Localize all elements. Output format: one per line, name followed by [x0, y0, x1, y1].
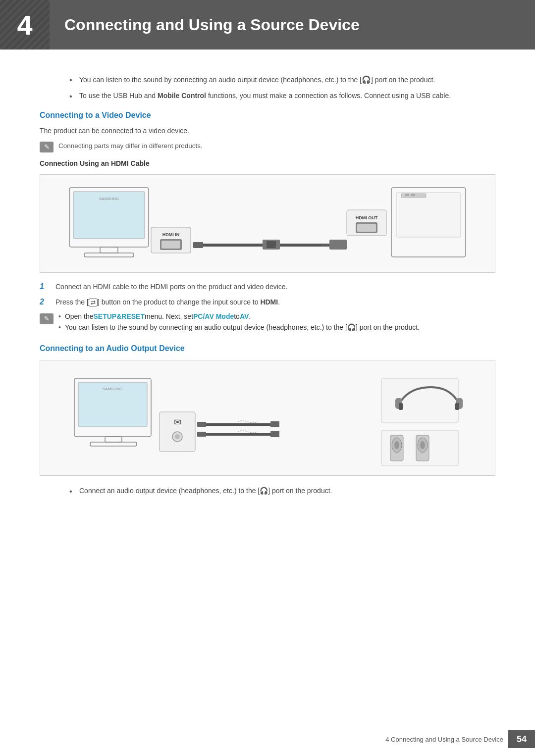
svg-rect-12: [267, 241, 276, 248]
svg-text:SAMSUNG: SAMSUNG: [99, 197, 119, 201]
hdmi-diagram-wrapper: SAMSUNG HDMI IN: [48, 183, 487, 264]
svg-rect-35: [206, 423, 270, 426]
svg-rect-40: [381, 378, 458, 423]
svg-text:HDMI IN: HDMI IN: [162, 232, 180, 237]
section1-body: The product can be connected to a video …: [40, 126, 495, 136]
section1-heading: Connecting to a Video Device: [40, 111, 495, 120]
chapter-number-box: 4: [0, 0, 50, 50]
footer-text: 4 Connecting and Using a Source Device: [385, 736, 503, 743]
svg-rect-8: [161, 241, 180, 249]
section1-note-text: Connecting parts may differ in different…: [58, 141, 203, 151]
svg-rect-44: [455, 403, 459, 410]
svg-rect-19: [357, 224, 376, 232]
svg-point-51: [420, 441, 425, 449]
svg-text:HDMI OUT: HDMI OUT: [356, 215, 378, 220]
audio-diagram-svg: SAMSUNG ✉: [64, 368, 471, 467]
main-content: You can listen to the sound by connectin…: [0, 50, 535, 536]
note-icon-1: [40, 142, 54, 152]
page-footer: 4 Connecting and Using a Source Device 5…: [0, 730, 535, 748]
hdmi-diagram-svg: SAMSUNG HDMI IN: [54, 183, 481, 264]
svg-text:✉: ✉: [174, 417, 181, 427]
intro-bullet-2: To use the USB Hub and Mobile Control fu…: [69, 91, 495, 101]
sub-notes-block: Open the SETUP&RESET menu. Next, set PC/…: [40, 312, 495, 334]
section2-heading: Connecting to an Audio Output Device: [40, 344, 495, 353]
step-2: 2 Press the [⇄] button on the product to…: [40, 297, 495, 307]
svg-rect-29: [90, 442, 137, 446]
svg-rect-37: [197, 432, 206, 437]
sub-notes-list: Open the SETUP&RESET menu. Next, set PC/…: [58, 312, 420, 334]
step-1-number: 1: [40, 282, 52, 291]
svg-point-33: [175, 434, 180, 439]
svg-rect-2: [100, 247, 118, 253]
svg-rect-23: [405, 194, 409, 196]
chapter-number: 4: [17, 9, 32, 41]
svg-rect-21: [396, 193, 461, 237]
svg-text:SAMSUNG: SAMSUNG: [103, 387, 122, 391]
step-1-text: Connect an HDMI cable to the HDMI ports …: [55, 282, 287, 292]
svg-point-48: [394, 441, 399, 449]
svg-rect-24: [411, 194, 415, 196]
svg-rect-9: [193, 242, 203, 248]
note-icon-2: [40, 313, 54, 324]
section2-bullet-1: Connect an audio output device (headphon…: [69, 486, 495, 496]
audio-diagram-container: SAMSUNG ✉: [40, 360, 495, 476]
page-header: 4 Connecting and Using a Source Device: [0, 0, 535, 50]
intro-bullet-list: You can listen to the sound by connectin…: [69, 74, 495, 101]
section1-sub-heading: Connection Using an HDMI Cable: [40, 159, 495, 167]
svg-rect-10: [203, 244, 263, 247]
hdmi-diagram-container: SAMSUNG HDMI IN: [40, 174, 495, 273]
svg-rect-34: [197, 422, 206, 427]
svg-rect-43: [399, 403, 403, 410]
sub-note-1: Open the SETUP&RESET menu. Next, set PC/…: [58, 312, 420, 320]
svg-rect-14: [329, 240, 347, 250]
step-1: 1 Connect an HDMI cable to the HDMI port…: [40, 282, 495, 292]
step-2-number: 2: [40, 298, 52, 306]
svg-rect-36: [270, 421, 279, 427]
svg-rect-3: [84, 253, 134, 257]
intro-bullet-1: You can listen to the sound by connectin…: [69, 74, 495, 86]
svg-rect-38: [206, 433, 270, 436]
section2-bullet-list: Connect an audio output device (headphon…: [69, 486, 495, 496]
sub-note-2: You can listen to the sound by connectin…: [58, 323, 420, 331]
svg-rect-39: [270, 431, 279, 437]
svg-rect-28: [105, 437, 122, 442]
section1-note-box: Connecting parts may differ in different…: [40, 141, 495, 152]
page-title: Connecting and Using a Source Device: [64, 16, 360, 34]
footer-page-number: 54: [508, 730, 535, 748]
audio-diagram-wrapper: SAMSUNG ✉: [48, 368, 487, 467]
step-2-text: Press the [⇄] button on the product to c…: [55, 297, 280, 307]
